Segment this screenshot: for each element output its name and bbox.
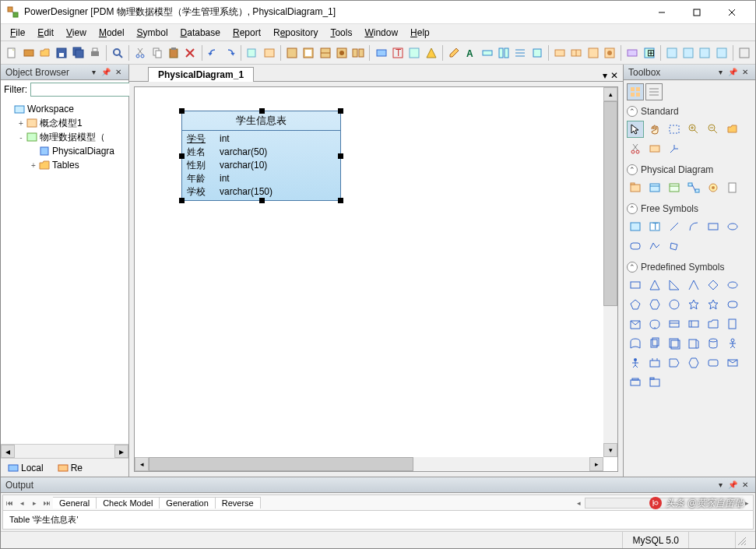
- tool-title[interactable]: [627, 218, 644, 235]
- tool-file[interactable]: [724, 179, 741, 196]
- output-close-icon[interactable]: ✕: [740, 480, 751, 491]
- predef-shape-1[interactable]: [646, 276, 663, 294]
- tb-new[interactable]: [4, 44, 19, 62]
- canvas-vscroll[interactable]: ▴▾: [603, 87, 617, 457]
- predef-shape-13[interactable]: [646, 315, 663, 333]
- predef-shape-17[interactable]: [724, 315, 741, 333]
- menu-help[interactable]: Help: [404, 26, 436, 40]
- tb-c1[interactable]: [479, 44, 494, 62]
- tb-d4[interactable]: [602, 44, 617, 62]
- tb-a4[interactable]: [334, 44, 350, 62]
- tool-line[interactable]: [666, 218, 683, 235]
- menu-window[interactable]: Window: [358, 26, 404, 40]
- menu-edit[interactable]: Edit: [31, 26, 60, 40]
- section-predef[interactable]: ⌃Predefined Symbols: [627, 259, 752, 275]
- output-tab-reverse[interactable]: Reverse: [216, 497, 261, 509]
- scroll-left-icon[interactable]: ◂: [1, 445, 15, 458]
- predef-shape-3[interactable]: [685, 276, 702, 294]
- tool-polyline[interactable]: [646, 238, 663, 255]
- tb-a2[interactable]: [301, 44, 316, 62]
- tool-props[interactable]: [646, 140, 663, 157]
- predef-shape-12[interactable]: [627, 315, 644, 333]
- close-button[interactable]: [714, 2, 749, 23]
- tb-redo[interactable]: [222, 44, 237, 62]
- browser-tab-repository[interactable]: Re: [52, 460, 88, 476]
- tab-close-icon[interactable]: ✕: [610, 70, 618, 81]
- predef-shape-30[interactable]: [627, 374, 644, 391]
- predef-shape-16[interactable]: [705, 315, 722, 333]
- tb-f4[interactable]: [714, 44, 730, 62]
- menu-file[interactable]: File: [4, 26, 31, 40]
- tb-c3[interactable]: [512, 44, 528, 62]
- tb-b2[interactable]: T: [390, 44, 406, 62]
- predef-shape-25[interactable]: [646, 354, 663, 371]
- tb-b1[interactable]: [373, 44, 389, 62]
- tool-text[interactable]: T: [646, 218, 663, 235]
- section-free[interactable]: ⌃Free Symbols: [627, 201, 752, 216]
- predef-shape-7[interactable]: [646, 296, 663, 313]
- predef-shape-23[interactable]: [724, 335, 741, 352]
- object-tree[interactable]: Workspace+概念模型1-物理数据模型（PhysicalDiagra+Ta…: [1, 99, 128, 444]
- tb-undo[interactable]: [206, 44, 221, 62]
- tool-grabber[interactable]: [646, 121, 663, 138]
- scroll-right-icon[interactable]: ▸: [114, 445, 128, 458]
- diagram-canvas[interactable]: 学生信息表 学号int姓名varchar(50)性别varchar(10)年龄i…: [135, 87, 603, 457]
- output-tab-generation[interactable]: Generation: [160, 497, 215, 509]
- output-tab-first[interactable]: ⏮: [3, 497, 16, 509]
- panel-pin-icon[interactable]: 📌: [100, 67, 111, 78]
- predef-shape-6[interactable]: [627, 296, 644, 313]
- predef-shape-29[interactable]: [724, 354, 741, 371]
- menu-report[interactable]: Report: [227, 26, 267, 40]
- tb-d2[interactable]: [568, 44, 584, 62]
- predef-shape-19[interactable]: [646, 335, 663, 352]
- menu-view[interactable]: View: [60, 26, 93, 40]
- tool-open[interactable]: [724, 121, 741, 138]
- resize-grip[interactable]: [735, 532, 749, 548]
- table-entity[interactable]: 学生信息表 学号int姓名varchar(50)性别varchar(10)年龄i…: [181, 111, 341, 201]
- panel-close-icon[interactable]: ✕: [113, 67, 124, 78]
- tree-node[interactable]: +概念模型1: [4, 116, 125, 130]
- tool-pointer[interactable]: [627, 121, 644, 138]
- predef-shape-5[interactable]: [724, 276, 741, 294]
- tree-node[interactable]: +Tables: [4, 158, 125, 172]
- tool-rounded-rect[interactable]: [627, 238, 644, 255]
- canvas-hscroll[interactable]: ◂▸: [135, 457, 603, 471]
- section-physical[interactable]: ⌃Physical Diagram: [627, 162, 752, 178]
- tb-find[interactable]: [244, 44, 260, 62]
- tool-package[interactable]: [627, 179, 644, 196]
- document-tab[interactable]: PhysicalDiagram_1: [148, 67, 254, 82]
- tb-e2[interactable]: ⊞: [641, 44, 656, 62]
- tool-link[interactable]: [666, 140, 683, 157]
- predef-shape-31[interactable]: [646, 374, 663, 391]
- tb-e1[interactable]: [624, 44, 640, 62]
- tb-g1[interactable]: [737, 44, 752, 62]
- tool-lasso[interactable]: [666, 121, 683, 138]
- tb-print[interactable]: [87, 44, 103, 62]
- maximize-button[interactable]: [679, 2, 714, 23]
- tool-polygon[interactable]: [666, 238, 683, 255]
- tab-menu-icon[interactable]: ▾: [603, 70, 607, 81]
- tb-d3[interactable]: [585, 44, 600, 62]
- toolbox-view-list[interactable]: [645, 83, 663, 100]
- tb-edit[interactable]: [446, 44, 462, 62]
- tb-f3[interactable]: [697, 44, 712, 62]
- toolbox-close-icon[interactable]: ✕: [740, 67, 751, 78]
- predef-shape-26[interactable]: [666, 354, 683, 371]
- toolbox-dropdown-icon[interactable]: ▾: [715, 67, 726, 78]
- tool-zoom-out[interactable]: [705, 121, 722, 138]
- tb-cut[interactable]: [132, 44, 148, 62]
- predef-shape-10[interactable]: [705, 296, 722, 313]
- predef-shape-24[interactable]: [627, 354, 644, 371]
- tb-f1[interactable]: [664, 44, 680, 62]
- tb-a3[interactable]: [317, 44, 332, 62]
- tb-a5[interactable]: [350, 44, 366, 62]
- predef-shape-22[interactable]: [705, 335, 722, 352]
- tool-table[interactable]: [646, 179, 663, 196]
- predef-shape-28[interactable]: [705, 354, 722, 371]
- tb-b4[interactable]: [423, 44, 438, 62]
- tool-cut[interactable]: [627, 140, 644, 157]
- predef-shape-18[interactable]: [627, 335, 644, 352]
- predef-shape-15[interactable]: [685, 315, 702, 333]
- output-dropdown-icon[interactable]: ▾: [715, 480, 726, 491]
- menu-tools[interactable]: Tools: [324, 26, 358, 40]
